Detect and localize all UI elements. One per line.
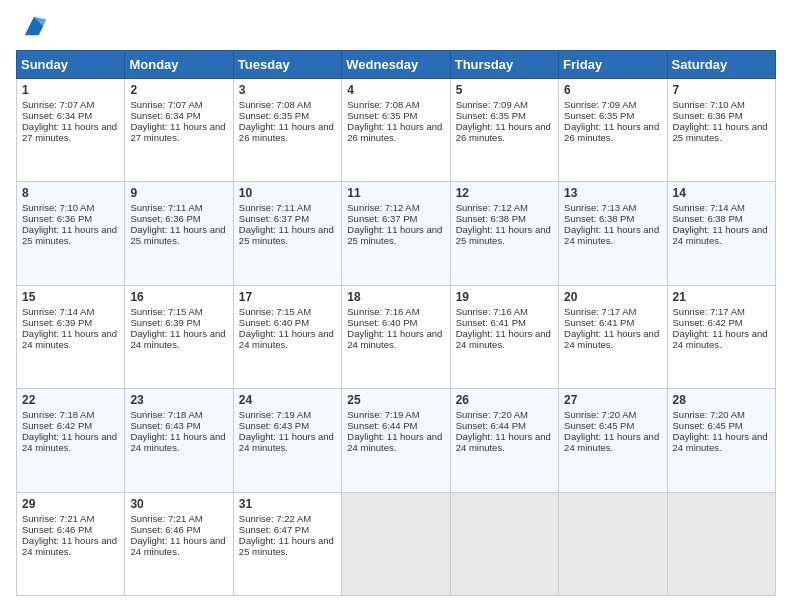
calendar-cell: 25Sunrise: 7:19 AMSunset: 6:44 PMDayligh…	[342, 389, 450, 492]
sunset-label: Sunset: 6:45 PM	[564, 420, 634, 431]
sunrise-label: Sunrise: 7:10 AM	[22, 202, 94, 213]
daylight-label: Daylight: 11 hours and 24 minutes.	[564, 224, 659, 246]
sunrise-label: Sunrise: 7:21 AM	[22, 513, 94, 524]
calendar-cell: 3Sunrise: 7:08 AMSunset: 6:35 PMDaylight…	[233, 79, 341, 182]
calendar-cell: 18Sunrise: 7:16 AMSunset: 6:40 PMDayligh…	[342, 285, 450, 388]
day-number: 26	[456, 393, 553, 407]
day-number: 5	[456, 83, 553, 97]
daylight-label: Daylight: 11 hours and 26 minutes.	[239, 121, 334, 143]
sunset-label: Sunset: 6:46 PM	[130, 524, 200, 535]
sunrise-label: Sunrise: 7:17 AM	[564, 306, 636, 317]
sunrise-label: Sunrise: 7:09 AM	[564, 99, 636, 110]
daylight-label: Daylight: 11 hours and 27 minutes.	[130, 121, 225, 143]
sunrise-label: Sunrise: 7:07 AM	[130, 99, 202, 110]
calendar-cell: 10Sunrise: 7:11 AMSunset: 6:37 PMDayligh…	[233, 182, 341, 285]
sunset-label: Sunset: 6:38 PM	[673, 213, 743, 224]
daylight-label: Daylight: 11 hours and 24 minutes.	[130, 431, 225, 453]
sunset-label: Sunset: 6:36 PM	[130, 213, 200, 224]
weekday-header-row: SundayMondayTuesdayWednesdayThursdayFrid…	[17, 51, 776, 79]
day-number: 17	[239, 290, 336, 304]
calendar-cell: 13Sunrise: 7:13 AMSunset: 6:38 PMDayligh…	[559, 182, 667, 285]
day-number: 18	[347, 290, 444, 304]
daylight-label: Daylight: 11 hours and 24 minutes.	[130, 535, 225, 557]
daylight-label: Daylight: 11 hours and 25 minutes.	[673, 121, 768, 143]
sunset-label: Sunset: 6:46 PM	[22, 524, 92, 535]
daylight-label: Daylight: 11 hours and 24 minutes.	[564, 328, 659, 350]
sunset-label: Sunset: 6:41 PM	[456, 317, 526, 328]
calendar-cell: 6Sunrise: 7:09 AMSunset: 6:35 PMDaylight…	[559, 79, 667, 182]
weekday-header: Friday	[559, 51, 667, 79]
daylight-label: Daylight: 11 hours and 24 minutes.	[564, 431, 659, 453]
calendar-cell: 27Sunrise: 7:20 AMSunset: 6:45 PMDayligh…	[559, 389, 667, 492]
sunset-label: Sunset: 6:41 PM	[564, 317, 634, 328]
weekday-header: Tuesday	[233, 51, 341, 79]
day-number: 20	[564, 290, 661, 304]
calendar-week-row: 22Sunrise: 7:18 AMSunset: 6:42 PMDayligh…	[17, 389, 776, 492]
daylight-label: Daylight: 11 hours and 26 minutes.	[564, 121, 659, 143]
sunrise-label: Sunrise: 7:09 AM	[456, 99, 528, 110]
day-number: 19	[456, 290, 553, 304]
daylight-label: Daylight: 11 hours and 24 minutes.	[673, 431, 768, 453]
sunrise-label: Sunrise: 7:14 AM	[22, 306, 94, 317]
weekday-header: Wednesday	[342, 51, 450, 79]
day-number: 25	[347, 393, 444, 407]
day-number: 31	[239, 497, 336, 511]
calendar-cell: 15Sunrise: 7:14 AMSunset: 6:39 PMDayligh…	[17, 285, 125, 388]
daylight-label: Daylight: 11 hours and 25 minutes.	[239, 224, 334, 246]
sunset-label: Sunset: 6:36 PM	[673, 110, 743, 121]
day-number: 9	[130, 186, 227, 200]
day-number: 8	[22, 186, 119, 200]
sunset-label: Sunset: 6:43 PM	[239, 420, 309, 431]
sunrise-label: Sunrise: 7:14 AM	[673, 202, 745, 213]
daylight-label: Daylight: 11 hours and 24 minutes.	[456, 328, 551, 350]
sunset-label: Sunset: 6:35 PM	[456, 110, 526, 121]
day-number: 7	[673, 83, 770, 97]
calendar-cell: 1Sunrise: 7:07 AMSunset: 6:34 PMDaylight…	[17, 79, 125, 182]
day-number: 30	[130, 497, 227, 511]
calendar-cell: 21Sunrise: 7:17 AMSunset: 6:42 PMDayligh…	[667, 285, 775, 388]
sunrise-label: Sunrise: 7:22 AM	[239, 513, 311, 524]
calendar-cell: 12Sunrise: 7:12 AMSunset: 6:38 PMDayligh…	[450, 182, 558, 285]
sunset-label: Sunset: 6:35 PM	[239, 110, 309, 121]
calendar-cell	[450, 492, 558, 595]
calendar-week-row: 29Sunrise: 7:21 AMSunset: 6:46 PMDayligh…	[17, 492, 776, 595]
sunrise-label: Sunrise: 7:11 AM	[130, 202, 202, 213]
sunrise-label: Sunrise: 7:08 AM	[347, 99, 419, 110]
day-number: 4	[347, 83, 444, 97]
calendar-week-row: 15Sunrise: 7:14 AMSunset: 6:39 PMDayligh…	[17, 285, 776, 388]
daylight-label: Daylight: 11 hours and 26 minutes.	[456, 121, 551, 143]
sunrise-label: Sunrise: 7:19 AM	[239, 409, 311, 420]
calendar-cell: 31Sunrise: 7:22 AMSunset: 6:47 PMDayligh…	[233, 492, 341, 595]
sunrise-label: Sunrise: 7:15 AM	[130, 306, 202, 317]
sunset-label: Sunset: 6:34 PM	[22, 110, 92, 121]
sunset-label: Sunset: 6:37 PM	[239, 213, 309, 224]
sunrise-label: Sunrise: 7:18 AM	[130, 409, 202, 420]
calendar-cell: 30Sunrise: 7:21 AMSunset: 6:46 PMDayligh…	[125, 492, 233, 595]
sunset-label: Sunset: 6:47 PM	[239, 524, 309, 535]
sunrise-label: Sunrise: 7:20 AM	[564, 409, 636, 420]
calendar-cell: 16Sunrise: 7:15 AMSunset: 6:39 PMDayligh…	[125, 285, 233, 388]
calendar-cell: 9Sunrise: 7:11 AMSunset: 6:36 PMDaylight…	[125, 182, 233, 285]
daylight-label: Daylight: 11 hours and 26 minutes.	[347, 121, 442, 143]
day-number: 10	[239, 186, 336, 200]
day-number: 27	[564, 393, 661, 407]
calendar-cell: 4Sunrise: 7:08 AMSunset: 6:35 PMDaylight…	[342, 79, 450, 182]
calendar-cell: 14Sunrise: 7:14 AMSunset: 6:38 PMDayligh…	[667, 182, 775, 285]
sunset-label: Sunset: 6:38 PM	[456, 213, 526, 224]
weekday-header: Thursday	[450, 51, 558, 79]
calendar-cell	[667, 492, 775, 595]
day-number: 22	[22, 393, 119, 407]
daylight-label: Daylight: 11 hours and 27 minutes.	[22, 121, 117, 143]
sunrise-label: Sunrise: 7:19 AM	[347, 409, 419, 420]
weekday-header: Sunday	[17, 51, 125, 79]
calendar-cell: 8Sunrise: 7:10 AMSunset: 6:36 PMDaylight…	[17, 182, 125, 285]
day-number: 24	[239, 393, 336, 407]
page: SundayMondayTuesdayWednesdayThursdayFrid…	[0, 0, 792, 612]
sunrise-label: Sunrise: 7:11 AM	[239, 202, 311, 213]
sunrise-label: Sunrise: 7:15 AM	[239, 306, 311, 317]
daylight-label: Daylight: 11 hours and 24 minutes.	[673, 224, 768, 246]
logo-icon	[20, 12, 48, 40]
daylight-label: Daylight: 11 hours and 25 minutes.	[347, 224, 442, 246]
sunrise-label: Sunrise: 7:21 AM	[130, 513, 202, 524]
daylight-label: Daylight: 11 hours and 24 minutes.	[22, 535, 117, 557]
